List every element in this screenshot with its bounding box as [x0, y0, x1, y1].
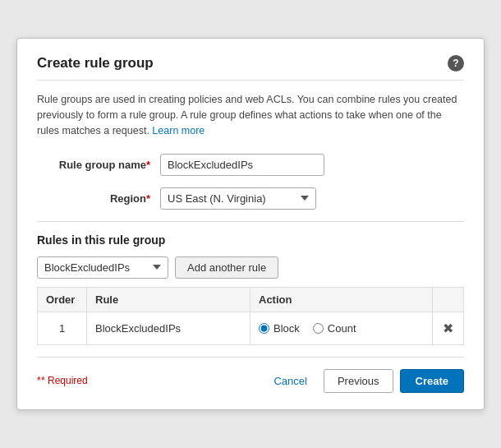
rules-table-header: Order Rule Action [38, 287, 464, 312]
rules-table-body: 1 BlockExcludedIPs Block Count [38, 312, 464, 344]
col-actions-header [433, 287, 464, 312]
block-radio-label[interactable]: Block [259, 322, 300, 335]
region-row: Region* US East (N. Virginia)US West (Or… [37, 187, 464, 210]
rules-section-title: Rules in this rule group [37, 221, 464, 247]
col-rule: Rule [87, 287, 250, 312]
dialog-footer: * * Required Cancel Previous Create [37, 357, 464, 393]
rule-group-name-row: Rule group name* BlockExcludedIPs [37, 154, 464, 176]
previous-button[interactable]: Previous [324, 369, 393, 393]
rule-cell: BlockExcludedIPs [87, 312, 250, 344]
dialog-header: Create rule group ? [37, 55, 464, 81]
footer-buttons: Cancel Previous Create [264, 369, 464, 393]
required-note: * * Required [37, 375, 88, 386]
action-radio-group: Block Count [259, 322, 424, 335]
rules-toolbar: BlockExcludedIPs Add another rule [37, 256, 464, 279]
add-rule-button[interactable]: Add another rule [175, 256, 278, 279]
action-cell: Block Count [250, 312, 433, 344]
delete-rule-button[interactable]: ✖ [441, 319, 455, 338]
rule-dropdown[interactable]: BlockExcludedIPs [37, 256, 168, 279]
create-rule-group-dialog: Create rule group ? Rule groups are used… [16, 38, 485, 409]
help-icon[interactable]: ? [448, 55, 464, 72]
order-cell: 1 [38, 312, 87, 344]
cancel-button[interactable]: Cancel [264, 370, 316, 392]
delete-cell: ✖ [433, 312, 464, 344]
col-action: Action [250, 287, 433, 312]
create-button[interactable]: Create [400, 369, 464, 393]
region-label: Region* [37, 192, 160, 205]
dialog-title: Create rule group [37, 55, 154, 72]
count-radio[interactable] [313, 323, 324, 334]
count-radio-label[interactable]: Count [313, 322, 356, 335]
learn-more-link[interactable]: Learn more [152, 125, 205, 136]
rule-group-name-input[interactable]: BlockExcludedIPs [160, 154, 324, 176]
col-order: Order [38, 287, 87, 312]
region-select[interactable]: US East (N. Virginia)US West (Oregon)EU … [160, 187, 316, 210]
block-radio[interactable] [259, 323, 269, 334]
table-row: 1 BlockExcludedIPs Block Count [38, 312, 464, 344]
rules-table: Order Rule Action 1 BlockExcludedIPs Blo… [37, 287, 464, 345]
dialog-description: Rule groups are used in creating policie… [37, 92, 464, 138]
rule-group-name-label: Rule group name* [37, 159, 160, 171]
